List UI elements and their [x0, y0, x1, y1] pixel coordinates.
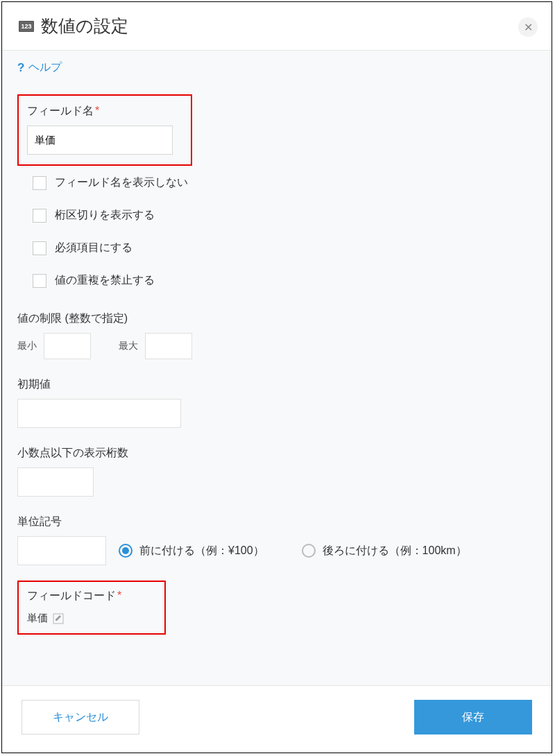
field-code-highlight: フィールドコード* 単価 [17, 581, 166, 635]
number-icon: 123 [19, 21, 34, 32]
close-button[interactable]: ✕ [518, 17, 538, 37]
close-icon: ✕ [524, 21, 533, 34]
dialog-header: 123 数値の設定 ✕ [2, 2, 552, 50]
field-name-label: フィールド名* [27, 104, 182, 119]
save-button[interactable]: 保存 [414, 700, 532, 734]
help-link[interactable]: ? ヘルプ [17, 60, 62, 75]
max-input[interactable] [145, 333, 192, 359]
checkbox-unique[interactable] [33, 274, 46, 288]
edit-icon[interactable] [52, 612, 65, 625]
help-icon: ? [17, 61, 24, 75]
checkbox-digit-sep-label[interactable]: 桁区切りを表示する [55, 208, 155, 223]
unit-input[interactable] [17, 536, 106, 565]
dialog-footer: キャンセル 保存 [2, 686, 552, 753]
checkbox-required-label[interactable]: 必須項目にする [55, 241, 133, 255]
required-mark: * [95, 105, 99, 117]
dialog-body: ? ヘルプ フィールド名* フィールド名を表示しない 桁区切りを表示する [2, 50, 552, 686]
default-value-label: 初期値 [17, 377, 536, 392]
unit-label: 単位記号 [17, 515, 536, 529]
checkbox-hide-name[interactable] [33, 176, 46, 190]
required-mark: * [117, 590, 121, 601]
radio-unit-before[interactable] [119, 544, 133, 558]
field-name-input[interactable] [27, 126, 173, 155]
checkbox-required[interactable] [33, 241, 46, 255]
field-name-highlight: フィールド名* [17, 94, 192, 166]
radio-unit-before-label[interactable]: 前に付ける（例：¥100） [139, 544, 264, 558]
min-label: 最小 [17, 340, 37, 352]
max-label: 最大 [119, 340, 138, 352]
checkbox-unique-label[interactable]: 値の重複を禁止する [55, 273, 155, 288]
checkbox-hide-name-label[interactable]: フィールド名を表示しない [55, 175, 188, 190]
field-code-value: 単価 [27, 612, 48, 625]
default-value-input[interactable] [17, 399, 181, 428]
field-code-label: フィールドコード* [27, 589, 156, 603]
decimals-input[interactable] [17, 467, 94, 497]
dialog-title: 数値の設定 [41, 15, 128, 37]
radio-unit-after-label[interactable]: 後ろに付ける（例：100km） [323, 544, 467, 558]
radio-unit-after[interactable] [302, 544, 316, 558]
help-label: ヘルプ [28, 60, 62, 75]
min-input[interactable] [44, 333, 91, 359]
range-label: 値の制限 (整数で指定) [17, 311, 536, 326]
cancel-button[interactable]: キャンセル [22, 700, 139, 734]
checkbox-digit-sep[interactable] [33, 209, 46, 223]
decimals-label: 小数点以下の表示桁数 [17, 446, 536, 461]
